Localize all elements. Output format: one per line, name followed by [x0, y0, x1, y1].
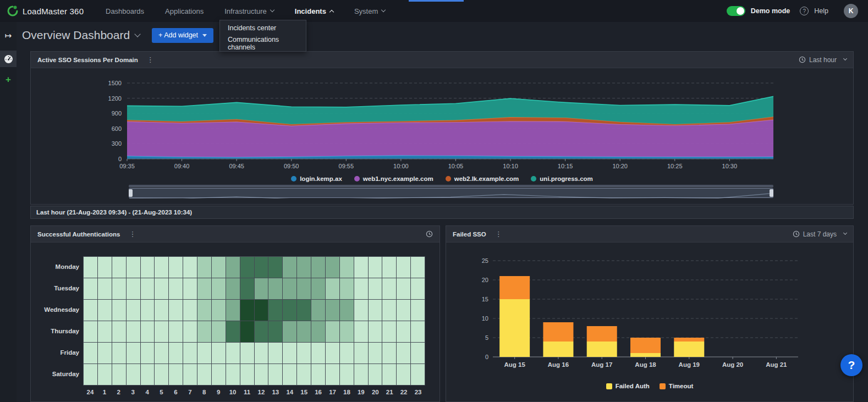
add-widget-button[interactable]: + Add widget: [152, 28, 213, 43]
heatmap-cell: [340, 321, 354, 343]
sso-chart-legend: login.kemp.axweb1.nyc.example.comweb2.lk…: [31, 175, 853, 182]
heatmap-cell: [226, 321, 240, 343]
sidebar-add-icon[interactable]: +: [0, 71, 17, 88]
heatmap-cell: [112, 257, 127, 278]
brush-handle-left[interactable]: [129, 189, 133, 197]
svg-text:Aug 19: Aug 19: [679, 361, 700, 368]
heatmap-column-label: 14: [283, 387, 297, 395]
widget-successful-authentications: Successful Authentications ⋮ MondayTuesd…: [30, 225, 440, 402]
sidebar-expand-icon[interactable]: ↦: [0, 27, 17, 44]
heatmap-cell: [98, 364, 112, 386]
heatmap-cell: [98, 343, 112, 364]
legend-item[interactable]: Failed Auth: [606, 383, 650, 389]
dashboard-area: Active SSO Sessions Per Domain ⋮ Last ho…: [17, 48, 868, 402]
heatmap-cell: [169, 278, 183, 300]
heatmap-cell: [98, 278, 112, 300]
heatmap-cell: [382, 257, 397, 278]
legend-item[interactable]: uni.progress.com: [531, 175, 593, 182]
heatmap-cell: [354, 278, 369, 300]
legend-item[interactable]: login.kemp.ax: [291, 175, 342, 182]
heatmap-cell: [240, 343, 255, 364]
top-nav: LoadMaster 360 Dashboards Applications I…: [0, 0, 868, 22]
brand[interactable]: LoadMaster 360: [0, 5, 99, 17]
heatmap-column-label: 4: [140, 387, 155, 395]
heatmap-cell: [326, 364, 340, 386]
time-range-selector[interactable]: Last hour: [799, 56, 847, 64]
widget-failed-sso: Failed SSO ⋮ Last 7 days 0510152025Aug 1…: [446, 225, 854, 402]
legend-item[interactable]: web1.nyc.example.com: [354, 175, 433, 182]
svg-text:Aug 15: Aug 15: [504, 361, 525, 368]
kebab-menu-icon[interactable]: ⋮: [147, 56, 154, 64]
loadmaster-logo-icon: [7, 5, 19, 17]
top-progress-bar: [409, 0, 464, 2]
heatmap-cell: [411, 278, 425, 300]
heatmap-cell: [84, 257, 98, 278]
nav-system[interactable]: System: [354, 7, 385, 15]
heatmap-cell: [169, 257, 183, 278]
help-fab-button[interactable]: ?: [840, 354, 862, 376]
heatmap-cell: [311, 364, 326, 386]
legend-item[interactable]: web2.lk.example.com: [446, 175, 519, 182]
menu-item-communications-channels[interactable]: Communications channels: [220, 36, 306, 51]
heatmap-cell: [84, 278, 98, 300]
heatmap-cell: [411, 300, 425, 321]
legend-dot-icon: [291, 176, 296, 181]
heatmap-cell: [127, 300, 141, 321]
widget-title: Failed SSO: [453, 231, 486, 238]
svg-text:5: 5: [485, 334, 488, 341]
chart-scrollbar[interactable]: [129, 185, 773, 188]
widget-header: Active SSO Sessions Per Domain ⋮ Last ho…: [31, 52, 853, 68]
nav-dashboards[interactable]: Dashboards: [106, 7, 144, 15]
range-brush[interactable]: [129, 188, 773, 198]
heatmap-cell: [326, 278, 340, 300]
help-label[interactable]: Help: [814, 7, 828, 15]
heatmap-cell: [141, 364, 155, 386]
heatmap-row-label: Wednesday: [31, 299, 79, 321]
heatmap-cell: [84, 300, 98, 321]
nav-applications[interactable]: Applications: [165, 7, 204, 15]
dashboard-title[interactable]: Overview Dashboard: [22, 29, 140, 42]
heatmap-cell: [255, 321, 269, 343]
heatmap-cell: [183, 278, 197, 300]
sso-area-chart: 03006009001200150009:3509:4009:4509:5009…: [31, 67, 854, 177]
heatmap-cell: [112, 343, 127, 364]
legend-item[interactable]: Timeout: [660, 383, 694, 389]
kebab-menu-icon[interactable]: ⋮: [495, 230, 502, 238]
nav-infrastructure[interactable]: Infrastructure: [224, 7, 274, 15]
heatmap-cell: [112, 321, 127, 343]
svg-text:Aug 16: Aug 16: [548, 361, 569, 368]
heatmap-cell: [340, 278, 354, 300]
demo-mode-toggle[interactable]: [727, 6, 745, 16]
heatmap-cell: [326, 300, 340, 321]
chevron-down-icon: [270, 8, 274, 12]
nav-incidents[interactable]: Incidents: [295, 7, 333, 15]
sidebar-dashboard-gauge-icon[interactable]: [0, 51, 17, 67]
svg-text:10:10: 10:10: [503, 163, 518, 169]
heatmap-cell: [354, 364, 369, 386]
heatmap-cell: [326, 257, 340, 278]
menu-item-incidents-center[interactable]: Incidents center: [220, 20, 306, 36]
svg-text:10:25: 10:25: [667, 163, 683, 169]
heatmap-cell: [197, 300, 212, 321]
heatmap-row-label: Saturday: [31, 364, 79, 385]
avatar[interactable]: K: [844, 4, 858, 18]
heatmap-cell: [226, 278, 240, 300]
heatmap-cell: [240, 257, 255, 278]
heatmap-column-label: 18: [339, 387, 354, 395]
heatmap-cell: [297, 321, 311, 343]
heatmap-cell: [297, 278, 311, 300]
brush-handle-right[interactable]: [770, 189, 773, 197]
kebab-menu-icon[interactable]: ⋮: [129, 230, 136, 238]
heatmap-column-label: 6: [168, 387, 183, 395]
heatmap-column-label: 2: [112, 387, 126, 395]
svg-text:10:20: 10:20: [612, 163, 628, 169]
svg-text:15: 15: [482, 296, 488, 302]
chevron-down-icon: [843, 231, 847, 235]
heatmap-cell: [397, 321, 411, 343]
time-range-clock[interactable]: [426, 230, 433, 238]
svg-text:09:55: 09:55: [339, 163, 354, 169]
widget-header: Failed SSO ⋮ Last 7 days: [446, 226, 853, 243]
time-range-selector[interactable]: Last 7 days: [793, 230, 847, 238]
heatmap-cell: [382, 343, 397, 364]
help-icon[interactable]: ?: [800, 7, 809, 15]
